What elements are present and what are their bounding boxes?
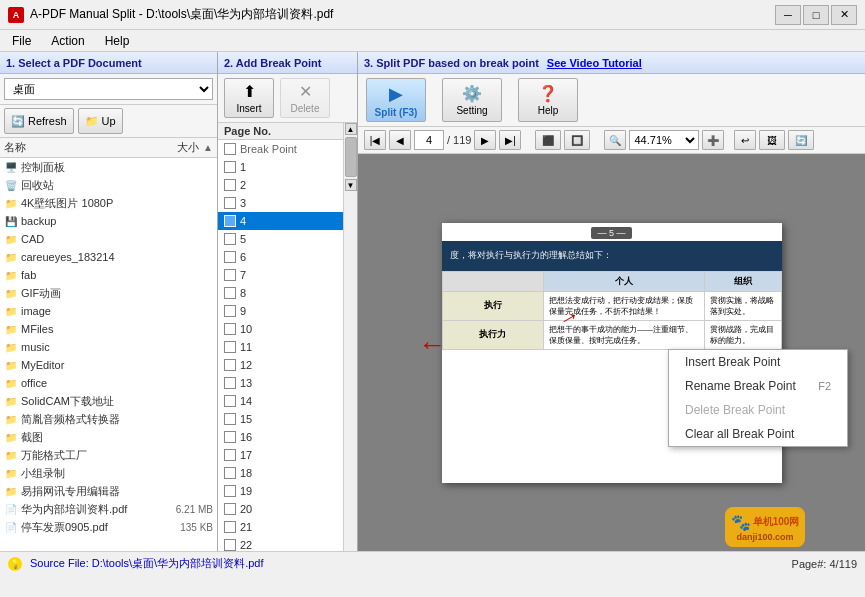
- close-button[interactable]: ✕: [831, 5, 857, 25]
- zoom-out-button[interactable]: 🔍: [604, 130, 626, 150]
- page-checkbox[interactable]: [224, 179, 236, 191]
- list-item[interactable]: 📁 image: [0, 302, 217, 320]
- prev-page-button[interactable]: ◀: [389, 130, 411, 150]
- list-item[interactable]: 📁 fab: [0, 266, 217, 284]
- list-item[interactable]: 📁 MyEditor: [0, 356, 217, 374]
- page-row[interactable]: 18: [218, 464, 343, 482]
- list-item[interactable]: 📄 华为内部培训资料.pdf 6.21 MB: [0, 500, 217, 518]
- list-item[interactable]: 📁 careueyes_183214: [0, 248, 217, 266]
- page-row[interactable]: 21: [218, 518, 343, 536]
- help-button[interactable]: ❓ Help: [518, 78, 578, 122]
- list-item[interactable]: 📁 简胤音频格式转换器: [0, 410, 217, 428]
- page-checkbox[interactable]: [224, 395, 236, 407]
- page-checkbox[interactable]: [224, 341, 236, 353]
- ctx-rename-breakpoint[interactable]: Rename Break Point F2: [669, 374, 847, 398]
- minimize-button[interactable]: ─: [775, 5, 801, 25]
- page-row[interactable]: 12: [218, 356, 343, 374]
- page-row[interactable]: 17: [218, 446, 343, 464]
- list-item[interactable]: 📁 小组录制: [0, 464, 217, 482]
- list-item[interactable]: 🖥️ 控制面板: [0, 158, 217, 176]
- list-item[interactable]: 💾 backup: [0, 212, 217, 230]
- page-checkbox[interactable]: [224, 233, 236, 245]
- page-row[interactable]: 22: [218, 536, 343, 551]
- next-page-button[interactable]: ▶: [474, 130, 496, 150]
- maximize-button[interactable]: □: [803, 5, 829, 25]
- page-row[interactable]: 9: [218, 302, 343, 320]
- thumbnail-button[interactable]: 🖼: [759, 130, 785, 150]
- refresh-button[interactable]: 🔄 Refresh: [4, 108, 74, 134]
- video-tutorial-link[interactable]: See Video Tutorial: [547, 57, 642, 69]
- menu-help[interactable]: Help: [97, 32, 138, 50]
- list-item[interactable]: 📁 易捐网讯专用编辑器: [0, 482, 217, 500]
- page-checkbox[interactable]: [224, 521, 236, 533]
- page-row[interactable]: 13: [218, 374, 343, 392]
- split-button[interactable]: ▶ Split (F3): [366, 78, 426, 122]
- page-checkbox[interactable]: [224, 377, 236, 389]
- mid-panel: 2. Add Break Point ⬆ Insert ✕ Delete Pag…: [218, 52, 358, 551]
- list-item[interactable]: 📄 停车发票0905.pdf 135 KB: [0, 518, 217, 536]
- page-checkbox[interactable]: [224, 359, 236, 371]
- page-row[interactable]: 2: [218, 176, 343, 194]
- landscape-button[interactable]: 🔄: [788, 130, 814, 150]
- list-item[interactable]: 🗑️ 回收站: [0, 176, 217, 194]
- list-item[interactable]: 📁 music: [0, 338, 217, 356]
- list-item[interactable]: 📁 截图: [0, 428, 217, 446]
- ctx-delete-breakpoint[interactable]: Delete Break Point: [669, 398, 847, 422]
- list-item[interactable]: 📁 CAD: [0, 230, 217, 248]
- last-page-button[interactable]: ▶|: [499, 130, 521, 150]
- page-checkbox[interactable]: [224, 305, 236, 317]
- page-checkbox[interactable]: [224, 449, 236, 461]
- page-checkbox[interactable]: [224, 467, 236, 479]
- page-row[interactable]: 16: [218, 428, 343, 446]
- page-checkbox[interactable]: [224, 215, 236, 227]
- list-item[interactable]: 📁 GIF动画: [0, 284, 217, 302]
- page-checkbox[interactable]: [224, 161, 236, 173]
- page-list-scrollbar[interactable]: ▲ ▼: [343, 123, 357, 551]
- page-row[interactable]: 5: [218, 230, 343, 248]
- list-item[interactable]: 📁 万能格式工厂: [0, 446, 217, 464]
- list-item[interactable]: 📁 SolidCAM下载地址: [0, 392, 217, 410]
- page-row[interactable]: 7: [218, 266, 343, 284]
- ctx-clear-all-breakpoint[interactable]: Clear all Break Point: [669, 422, 847, 446]
- page-checkbox[interactable]: [224, 539, 236, 551]
- page-number-input[interactable]: 4: [414, 130, 444, 150]
- page-row[interactable]: 19: [218, 482, 343, 500]
- path-combo[interactable]: 桌面: [4, 78, 213, 100]
- first-page-button[interactable]: |◀: [364, 130, 386, 150]
- list-item[interactable]: 📁 4K壁纸图片 1080P: [0, 194, 217, 212]
- page-row[interactable]: 20: [218, 500, 343, 518]
- delete-button[interactable]: ✕ Delete: [280, 78, 330, 118]
- fit-page-button[interactable]: 🔲: [564, 130, 590, 150]
- setting-button[interactable]: ⚙️ Setting: [442, 78, 502, 122]
- page-row[interactable]: 11: [218, 338, 343, 356]
- page-row[interactable]: 8: [218, 284, 343, 302]
- page-checkbox[interactable]: [224, 197, 236, 209]
- insert-button[interactable]: ⬆ Insert: [224, 78, 274, 118]
- zoom-select[interactable]: 44.71%: [629, 130, 699, 150]
- page-row[interactable]: 6: [218, 248, 343, 266]
- page-row-selected[interactable]: 4: [218, 212, 343, 230]
- break-point-checkbox[interactable]: [224, 143, 236, 155]
- page-row[interactable]: 10: [218, 320, 343, 338]
- page-checkbox[interactable]: [224, 269, 236, 281]
- page-checkbox[interactable]: [224, 413, 236, 425]
- page-checkbox[interactable]: [224, 431, 236, 443]
- up-button[interactable]: 📁 Up: [78, 108, 123, 134]
- page-checkbox[interactable]: [224, 287, 236, 299]
- page-row[interactable]: 14: [218, 392, 343, 410]
- page-row[interactable]: 15: [218, 410, 343, 428]
- page-row[interactable]: 1: [218, 158, 343, 176]
- page-checkbox[interactable]: [224, 251, 236, 263]
- list-item[interactable]: 📁 office: [0, 374, 217, 392]
- page-checkbox[interactable]: [224, 323, 236, 335]
- menu-action[interactable]: Action: [43, 32, 92, 50]
- page-row[interactable]: 3: [218, 194, 343, 212]
- page-checkbox[interactable]: [224, 503, 236, 515]
- ctx-insert-breakpoint[interactable]: Insert Break Point: [669, 350, 847, 374]
- list-item[interactable]: 📁 MFiles: [0, 320, 217, 338]
- menu-file[interactable]: File: [4, 32, 39, 50]
- zoom-in-button[interactable]: ➕: [702, 130, 724, 150]
- zoom-reset-button[interactable]: ↩: [734, 130, 756, 150]
- fit-width-button[interactable]: ⬛: [535, 130, 561, 150]
- page-checkbox[interactable]: [224, 485, 236, 497]
